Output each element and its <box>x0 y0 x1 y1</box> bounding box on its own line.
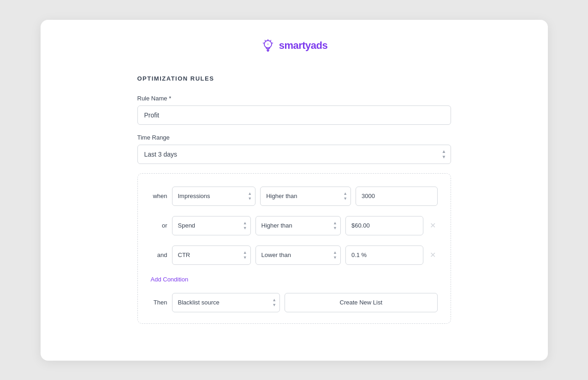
operator-select-wrapper-1: Higher than Lower than Equal to ▲ ▼ <box>260 187 351 206</box>
svg-line-8 <box>263 43 264 43</box>
operator-select-wrapper-3: Higher than Lower than Equal to ▲ ▼ <box>255 246 341 265</box>
create-new-list-button[interactable]: Create New List <box>285 293 437 312</box>
operator-select-wrapper-2: Higher than Lower than Equal to ▲ ▼ <box>255 216 341 235</box>
form-container: OPTIMIZATION RULES Rule Name * Time Rang… <box>137 75 451 324</box>
rule-name-input[interactable] <box>137 105 451 125</box>
time-range-select[interactable]: Last 3 days Last 7 days Last 14 days Las… <box>137 145 451 164</box>
condition-connector-3: and <box>151 251 167 258</box>
condition-value-3[interactable] <box>345 246 423 265</box>
rule-name-group: Rule Name * <box>137 95 451 125</box>
metric-select-wrapper-3: Impressions Spend CTR CPC CPM CPA ▲ ▼ <box>172 246 251 265</box>
then-label: Then <box>151 299 167 306</box>
condition-value-2[interactable] <box>345 216 423 235</box>
add-condition-button[interactable]: Add Condition <box>151 276 189 283</box>
then-action-select[interactable]: Blacklist source Whitelist source Pause … <box>172 293 280 312</box>
condition-connector-1: when <box>151 193 167 199</box>
metric-select-1[interactable]: Impressions Spend CTR CPC CPM CPA <box>172 187 256 206</box>
rule-name-label: Rule Name * <box>137 95 451 102</box>
condition-row-2: or Impressions Spend CTR CPC CPM CPA ▲ ▼ <box>151 216 438 235</box>
operator-select-1[interactable]: Higher than Lower than Equal to <box>260 187 351 206</box>
logo-icon <box>261 38 275 53</box>
operator-select-3[interactable]: Higher than Lower than Equal to <box>255 246 341 265</box>
metric-select-wrapper-1: Impressions Spend CTR CPC CPM CPA ▲ ▼ <box>172 187 256 206</box>
time-range-select-wrapper: Last 3 days Last 7 days Last 14 days Las… <box>137 145 451 164</box>
metric-select-3[interactable]: Impressions Spend CTR CPC CPM CPA <box>172 246 251 265</box>
svg-line-7 <box>265 40 266 41</box>
logo-text: smartyads <box>279 40 328 52</box>
condition-row-3: and Impressions Spend CTR CPC CPM CPA ▲ … <box>151 246 438 265</box>
condition-connector-2: or <box>151 222 167 229</box>
time-range-group: Time Range Last 3 days Last 7 days Last … <box>137 134 451 164</box>
main-card: smartyads OPTIMIZATION RULES Rule Name *… <box>41 20 548 361</box>
svg-line-6 <box>272 43 273 43</box>
section-title: OPTIMIZATION RULES <box>137 75 451 82</box>
operator-select-2[interactable]: Higher than Lower than Equal to <box>255 216 341 235</box>
svg-line-5 <box>270 40 271 41</box>
remove-condition-3-button[interactable]: ✕ <box>428 249 438 261</box>
metric-select-wrapper-2: Impressions Spend CTR CPC CPM CPA ▲ ▼ <box>172 216 251 235</box>
remove-condition-2-button[interactable]: ✕ <box>428 219 438 232</box>
then-action-select-wrapper: Blacklist source Whitelist source Pause … <box>172 293 280 312</box>
then-row: Then Blacklist source Whitelist source P… <box>151 293 438 312</box>
logo-area: smartyads <box>261 38 328 53</box>
conditions-box: when Impressions Spend CTR CPC CPM CPA ▲… <box>137 173 451 324</box>
condition-row-1: when Impressions Spend CTR CPC CPM CPA ▲… <box>151 187 438 206</box>
metric-select-2[interactable]: Impressions Spend CTR CPC CPM CPA <box>172 216 251 235</box>
svg-point-9 <box>267 43 269 45</box>
time-range-label: Time Range <box>137 134 451 141</box>
condition-value-1[interactable] <box>356 187 437 206</box>
